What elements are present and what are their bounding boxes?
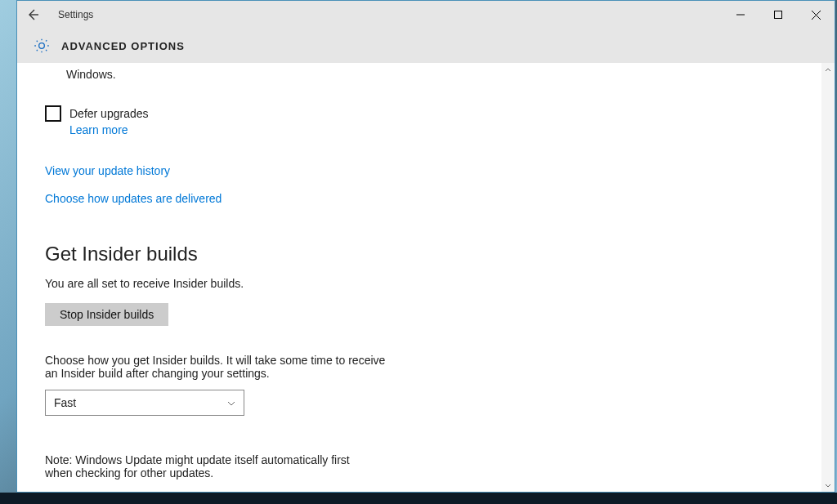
arrow-left-icon xyxy=(25,7,40,22)
vertical-scrollbar[interactable] xyxy=(821,63,835,492)
update-note-text: Note: Windows Update might update itself… xyxy=(45,453,372,479)
scroll-down-button[interactable] xyxy=(821,479,835,492)
choose-ring-description: Choose how you get Insider builds. It wi… xyxy=(45,354,396,380)
chevron-down-icon xyxy=(227,399,235,408)
content-area: Windows. Defer upgrades Learn more View … xyxy=(17,63,835,492)
insider-ring-value: Fast xyxy=(54,396,76,409)
view-update-history-link[interactable]: View your update history xyxy=(45,164,794,177)
minimize-icon xyxy=(736,11,745,19)
window-controls xyxy=(722,1,835,29)
fragment-line: Windows. xyxy=(45,68,794,81)
app-title: Settings xyxy=(58,9,93,20)
insider-builds-heading: Get Insider builds xyxy=(45,243,794,265)
titlebar-left: Settings xyxy=(17,7,93,22)
content: Windows. Defer upgrades Learn more View … xyxy=(17,63,821,492)
page-header: ADVANCED OPTIONS xyxy=(17,29,835,63)
stop-insider-button[interactable]: Stop Insider builds xyxy=(45,303,168,326)
settings-window: Settings xyxy=(16,0,835,493)
minimize-button[interactable] xyxy=(722,1,759,29)
learn-more-link[interactable]: Learn more xyxy=(69,123,794,136)
titlebar: Settings xyxy=(17,1,835,29)
page-title: ADVANCED OPTIONS xyxy=(61,40,185,52)
taskbar[interactable] xyxy=(0,493,837,504)
maximize-icon xyxy=(774,11,782,19)
gear-icon xyxy=(34,38,50,54)
maximize-button[interactable] xyxy=(759,1,797,29)
close-icon xyxy=(812,11,821,20)
insider-status-text: You are all set to receive Insider build… xyxy=(45,277,356,290)
defer-upgrades-label: Defer upgrades xyxy=(69,107,149,120)
defer-upgrades-checkbox[interactable] xyxy=(45,105,61,122)
defer-upgrades-row: Defer upgrades xyxy=(45,105,794,122)
choose-delivery-link[interactable]: Choose how updates are delivered xyxy=(45,192,794,205)
back-button[interactable] xyxy=(25,7,40,22)
scroll-up-button[interactable] xyxy=(821,63,835,76)
close-button[interactable] xyxy=(797,1,835,29)
svg-rect-2 xyxy=(775,11,782,19)
desktop: Settings xyxy=(0,0,837,504)
insider-ring-select[interactable]: Fast xyxy=(45,390,244,416)
